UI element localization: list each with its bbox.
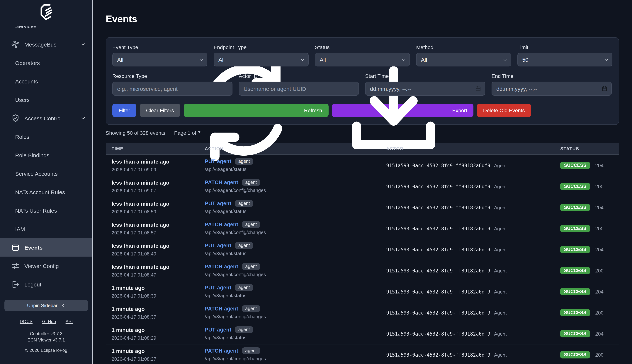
action-cell: PUT agentagent/api/v3/agent/status <box>205 324 386 344</box>
sidebar-footer: Unpin Sidebar DOCSGitHubAPI Controller v… <box>0 296 92 364</box>
footer-link-github[interactable]: GitHub <box>42 319 56 324</box>
status-code: 204 <box>595 247 603 252</box>
time-cell: less than a minute ago2026-04-17 01:08:4… <box>106 239 205 260</box>
events-table: TIMEACTIONACTORSTATUS less than a minute… <box>106 143 619 364</box>
actor-type: Agent <box>494 184 507 189</box>
sidebar-item-label: Role Bindings <box>15 152 49 158</box>
action-link[interactable]: PATCH agent <box>205 222 238 228</box>
chevron-down-icon <box>300 57 305 62</box>
action-link[interactable]: PUT agent <box>205 200 231 206</box>
sidebar-item-viewer-config[interactable]: Viewer Config <box>0 256 92 275</box>
action-cell: PUT agentagent/api/v3/agent/status <box>205 281 386 302</box>
status-cell: SUCCESS200 <box>560 302 619 323</box>
select-value: All <box>117 56 123 63</box>
actor-type: Agent <box>494 289 507 294</box>
actor-cell: 9151a593-0acc-4532-8fc9-ff89182a6df9Agen… <box>386 260 560 281</box>
actor-id-input[interactable]: Username or agent UUID <box>239 82 359 96</box>
sidebar-item-label: Viewer Config <box>24 263 59 269</box>
sidebar-item-nats-account-rules[interactable]: NATs Account Rules <box>0 183 92 201</box>
method-select[interactable]: All <box>416 53 511 66</box>
start-time-input[interactable]: dd.mm.yyyy, --:-- <box>365 82 485 96</box>
showing-count: Showing 50 of 328 events <box>106 130 165 136</box>
sidebar-item-users[interactable]: Users <box>0 90 92 109</box>
relative-time: less than a minute ago <box>112 179 205 186</box>
calendar-small-icon <box>601 85 608 92</box>
action-line: PUT agentagent <box>205 284 386 291</box>
filter-label: Status <box>315 44 410 50</box>
sidebar-item-events[interactable]: Events <box>0 238 92 256</box>
action-link[interactable]: PUT agent <box>205 327 231 332</box>
filter-label: Method <box>416 44 511 50</box>
timestamp: 2026-04-17 01:09:07 <box>112 188 205 194</box>
filter-button-row: FilterClear FiltersRefreshExportDelete O… <box>112 104 612 117</box>
sidebar-item-logout[interactable]: Logout <box>0 275 92 294</box>
action-cell: PATCH agentagent/api/v3/agent/config/cha… <box>205 302 386 323</box>
table-row: 1 minute ago2026-04-17 01:08:37PATCH age… <box>106 302 619 324</box>
time-cell: less than a minute ago2026-04-17 01:08:5… <box>106 218 205 239</box>
end-time-input[interactable]: dd.mm.yyyy, --:-- <box>492 82 612 96</box>
sidebar-item-access-control[interactable]: Access Control <box>0 109 92 127</box>
action-link[interactable]: PUT agent <box>205 285 231 290</box>
actor-type: Agent <box>494 268 507 273</box>
actor-type: Agent <box>494 352 507 358</box>
sidebar-item-accounts[interactable]: Accounts <box>0 72 92 90</box>
endpoint-type-select[interactable]: All <box>214 53 309 66</box>
endpoint-path: /api/v3/agent/status <box>205 335 386 340</box>
action-link[interactable]: PATCH agent <box>205 264 238 270</box>
clear-filters-button[interactable]: Clear Filters <box>140 104 180 117</box>
actor-cell: 9151a593-0acc-4532-8fc9-ff89182a6df9Agen… <box>386 239 560 260</box>
chevron-down-icon <box>503 57 507 62</box>
sidebar-item-label: NATs Account Rules <box>15 189 65 195</box>
copyright: © 2026 Eclipse ioFog <box>5 348 88 353</box>
calendar-small-icon <box>475 85 482 92</box>
actor-id: 9151a593-0acc-4532-8fc9-ff89182a6df9 <box>386 247 490 252</box>
footer-link-docs[interactable]: DOCS <box>20 319 33 324</box>
action-line: PUT agentagent <box>205 326 386 333</box>
sidebar-item-services[interactable]: Services <box>0 26 92 35</box>
sidebar-item-role-bindings[interactable]: Role Bindings <box>0 146 92 164</box>
filter-field-status: StatusAll <box>315 44 410 66</box>
action-link[interactable]: PATCH agent <box>205 180 238 185</box>
unpin-sidebar-button[interactable]: Unpin Sidebar <box>5 300 88 311</box>
filter-field-end-time: End Timedd.mm.yyyy, --:-- <box>492 73 612 96</box>
sidebar-item-iam[interactable]: IAM <box>0 220 92 238</box>
refresh-button[interactable]: Refresh <box>183 104 328 117</box>
sidebar-item-operators[interactable]: Operators <box>0 54 92 72</box>
resource-tag: agent <box>235 200 253 207</box>
chevron-down-icon <box>81 42 86 47</box>
sidebar-item-messagebus[interactable]: MessageBus <box>0 35 92 54</box>
relative-time: less than a minute ago <box>112 200 205 208</box>
status-select[interactable]: All <box>315 53 410 66</box>
shield-check-icon <box>11 114 20 122</box>
status-badge: SUCCESS <box>560 267 590 274</box>
sidebar-item-nats-user-rules[interactable]: NATs User Rules <box>0 201 92 220</box>
status-cell: SUCCESS204 <box>560 239 619 260</box>
sidebar-links: DOCSGitHubAPI <box>5 319 88 324</box>
table-row: less than a minute ago2026-04-17 01:08:4… <box>106 239 619 260</box>
action-link[interactable]: PUT agent <box>205 242 231 248</box>
sidebar-nav: ServicesMessageBusOperatorsAccountsUsers… <box>0 26 92 296</box>
footer-link-api[interactable]: API <box>66 319 73 324</box>
resource-type-input[interactable]: e.g., microservice, agent <box>112 82 233 96</box>
sidebar-item-service-accounts[interactable]: Service Accounts <box>0 164 92 183</box>
resource-tag: agent <box>242 263 260 270</box>
limit-select[interactable]: 50 <box>517 53 612 66</box>
action-link[interactable]: PUT agent <box>205 158 231 164</box>
sidebar-item-label: Service Accounts <box>15 170 58 177</box>
sidebar-item-roles[interactable]: Roles <box>0 127 92 146</box>
action-link[interactable]: PATCH agent <box>205 306 238 312</box>
resource-tag: agent <box>235 284 253 291</box>
column-header-status: STATUS <box>560 146 619 151</box>
resource-tag: agent <box>242 305 260 312</box>
sidebar-item-label: Accounts <box>15 78 38 84</box>
filter-button[interactable]: Filter <box>112 104 136 117</box>
resource-tag: agent <box>235 242 253 249</box>
delete-old-events-button[interactable]: Delete Old Events <box>477 104 531 117</box>
endpoint-path: /api/v3/agent/status <box>205 251 386 256</box>
action-link[interactable]: PATCH agent <box>205 348 238 354</box>
export-button[interactable]: Export <box>332 104 474 117</box>
action-cell: PUT agentagent/api/v3/agent/status <box>205 197 386 218</box>
event-type-select[interactable]: All <box>112 53 207 66</box>
actor-cell: 9151a593-0acc-4532-8fc9-ff89182a6df9Agen… <box>386 155 560 176</box>
actor-cell: 9151a593-0acc-4532-8fc9-ff89182a6df9Agen… <box>386 344 560 364</box>
